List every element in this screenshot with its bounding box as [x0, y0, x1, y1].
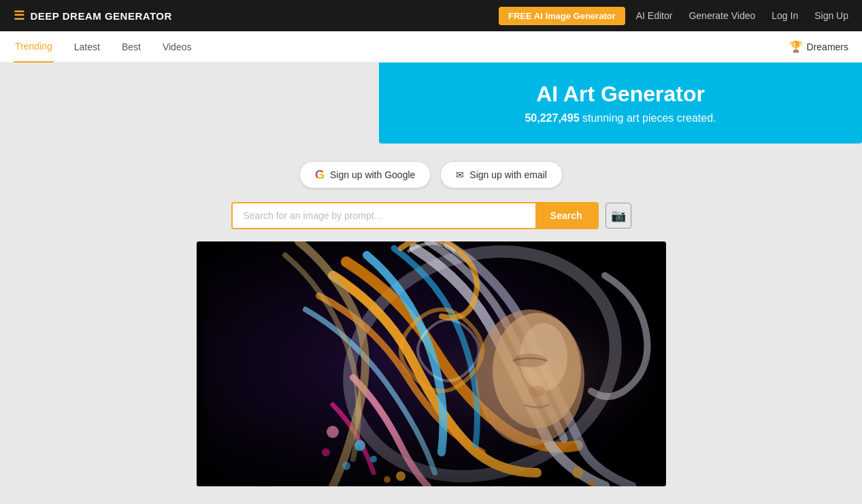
main-content [0, 241, 862, 486]
google-icon: G [315, 169, 325, 181]
svg-rect-19 [197, 241, 666, 486]
navbar-links: AI Editor Generate Video Log In Sign Up [636, 10, 848, 21]
signup-email-button[interactable]: ✉ Sign up with email [440, 161, 563, 188]
hero-title: AI Art Generator [393, 82, 848, 107]
free-ai-generator-button[interactable]: FREE AI Image Generator [499, 7, 625, 25]
search-container: Search 📷 [0, 202, 862, 229]
brand: ☰ DEEP DREAM GENERATOR [14, 8, 488, 23]
page-body: AI Art Generator 50,227,495 stunning art… [0, 63, 862, 504]
ai-editor-link[interactable]: AI Editor [636, 10, 673, 21]
menu-icon[interactable]: ☰ [14, 8, 25, 23]
email-button-label: Sign up with email [469, 169, 547, 180]
navbar: ☰ DEEP DREAM GENERATOR FREE AI Image Gen… [0, 0, 862, 31]
swirl-artwork [197, 241, 666, 486]
hero-subtitle-rest: stunning art pieces created. [580, 112, 716, 124]
tab-trending[interactable]: Trending [14, 31, 54, 63]
dreamers-link[interactable]: 🏆 Dreamers [789, 40, 848, 53]
hero-banner: AI Art Generator 50,227,495 stunning art… [379, 63, 862, 144]
camera-icon: 📷 [611, 208, 626, 223]
cta-buttons: G Sign up with Google ✉ Sign up with ema… [0, 161, 862, 188]
hero-count: 50,227,495 [525, 112, 579, 124]
search-button[interactable]: Search [535, 203, 597, 228]
hero-subtitle: 50,227,495 stunning art pieces created. [393, 112, 848, 124]
dreamers-icon: 🏆 [789, 40, 803, 53]
search-wrapper: Search [231, 202, 599, 229]
featured-image [197, 241, 666, 486]
login-link[interactable]: Log In [772, 10, 798, 21]
google-button-label: Sign up with Google [330, 169, 415, 180]
brand-name: DEEP DREAM GENERATOR [31, 10, 172, 22]
generate-video-link[interactable]: Generate Video [689, 10, 755, 21]
tab-videos[interactable]: Videos [161, 31, 193, 63]
email-icon: ✉ [456, 169, 464, 180]
subnav: Trending Latest Best Videos 🏆 Dreamers [0, 31, 862, 63]
subnav-tabs: Trending Latest Best Videos [14, 31, 789, 63]
signup-link[interactable]: Sign Up [814, 10, 848, 21]
signup-google-button[interactable]: G Sign up with Google [299, 161, 431, 188]
search-input[interactable] [233, 203, 535, 228]
camera-search-button[interactable]: 📷 [606, 203, 631, 229]
tab-best[interactable]: Best [120, 31, 142, 63]
tab-latest[interactable]: Latest [73, 31, 101, 63]
dreamers-label: Dreamers [807, 41, 848, 52]
